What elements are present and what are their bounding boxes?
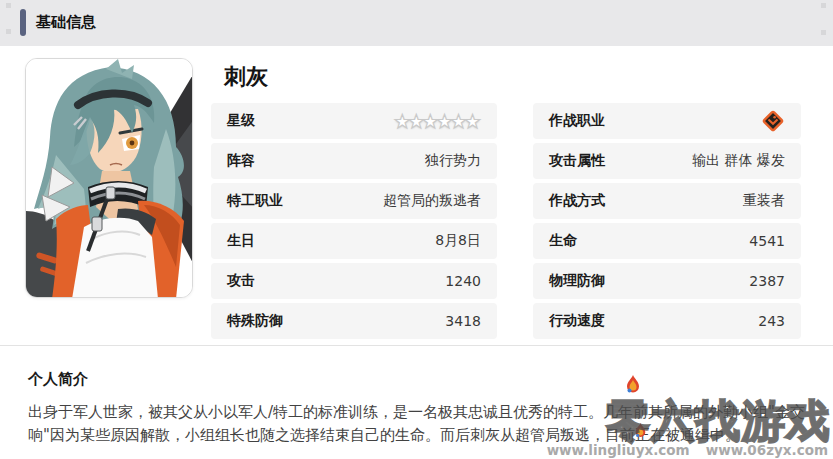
decor-dot <box>6 3 11 8</box>
info-value: 输出 群体 爆发 <box>692 152 785 170</box>
info-value: 超管局的叛逃者 <box>383 192 481 210</box>
header-accent-bar <box>20 9 26 36</box>
info-label: 特工职业 <box>227 192 283 210</box>
info-value: 2387 <box>749 273 785 289</box>
watermark-url: www.06zyx.com <box>706 442 828 458</box>
info-value: 3418 <box>445 313 481 329</box>
info-value: 重装者 <box>743 192 785 210</box>
info-column-right: 作战职业 攻击属性 输出 群体 爆发 作战方式 重装者 生命 4541 物理防御… <box>533 103 801 343</box>
info-value: 1240 <box>445 273 481 289</box>
section-title: 基础信息 <box>36 13 96 32</box>
info-label: 物理防御 <box>549 272 605 290</box>
info-label: 作战方式 <box>549 192 605 210</box>
decor-dot <box>821 30 826 35</box>
info-label: 星级 <box>227 112 255 130</box>
info-value: 4541 <box>749 233 785 249</box>
decor-dot <box>6 29 11 34</box>
info-label: 阵容 <box>227 152 255 170</box>
section-divider <box>0 345 833 346</box>
info-value: 243 <box>758 313 785 329</box>
info-row-attack: 攻击 1240 <box>211 263 497 299</box>
info-value: 8月8日 <box>435 232 481 250</box>
info-row-speed: 行动速度 243 <box>533 303 801 339</box>
star-rating: ★★★★★★ <box>394 110 481 132</box>
info-label: 攻击 <box>227 272 255 290</box>
character-art <box>26 59 193 298</box>
character-portrait <box>25 58 193 298</box>
section-header: 基础信息 <box>0 0 833 46</box>
info-row-physical-defense: 物理防御 2387 <box>533 263 801 299</box>
info-row-combat-style: 作战方式 重装者 <box>533 183 801 219</box>
info-label: 特殊防御 <box>227 312 283 330</box>
watermark-urls: www.lingliuyx.com www.06zyx.com <box>547 442 828 458</box>
info-row-birthday: 生日 8月8日 <box>211 223 497 259</box>
info-row-attack-attribute: 攻击属性 输出 群体 爆发 <box>533 143 801 179</box>
info-label: 作战职业 <box>549 112 605 130</box>
info-row-star-rating: 星级 ★★★★★★ <box>211 103 497 139</box>
watermark-url: www.lingliuyx.com <box>547 442 690 458</box>
decor-dot <box>821 3 826 8</box>
info-row-hp: 生命 4541 <box>533 223 801 259</box>
info-row-combat-class: 作战职业 <box>533 103 801 139</box>
info-row-faction: 阵容 独行势力 <box>211 143 497 179</box>
info-label: 生日 <box>227 232 255 250</box>
character-info-page: 基础信息 <box>0 0 833 459</box>
info-label: 生命 <box>549 232 577 250</box>
info-label: 行动速度 <box>549 312 605 330</box>
info-value: 独行势力 <box>425 152 481 170</box>
info-label: 攻击属性 <box>549 152 605 170</box>
info-column-left: 星级 ★★★★★★ 阵容 独行势力 特工职业 超管局的叛逃者 生日 8月8日 攻… <box>211 103 497 343</box>
guard-diamond-icon <box>761 109 785 133</box>
info-row-agent-class: 特工职业 超管局的叛逃者 <box>211 183 497 219</box>
info-row-special-defense: 特殊防御 3418 <box>211 303 497 339</box>
bio-title: 个人简介 <box>28 370 88 389</box>
character-name: 刺灰 <box>224 62 268 92</box>
